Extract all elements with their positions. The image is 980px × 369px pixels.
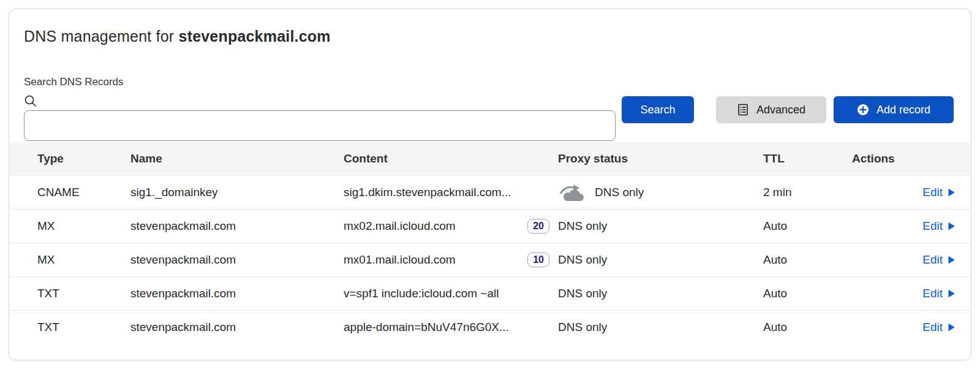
record-proxy-cell: DNS only — [558, 253, 763, 267]
edit-link-label: Edit — [922, 186, 943, 199]
record-proxy-cell: DNS only — [558, 321, 763, 334]
proxy-status-text: DNS only — [595, 186, 644, 199]
add-record-button[interactable]: Add record — [834, 96, 954, 123]
table-header-row: Type Name Content Proxy status TTL Actio… — [9, 142, 971, 175]
record-actions-cell: Edit — [922, 253, 955, 267]
search-button[interactable]: Search — [622, 96, 694, 123]
record-type: CNAME — [37, 186, 130, 199]
proxy-status-text: DNS only — [558, 219, 607, 233]
record-ttl: Auto — [763, 253, 852, 267]
record-name: stevenpackmail.com — [130, 321, 344, 334]
mx-priority-badge: 20 — [527, 219, 549, 234]
record-content-cell: v=spf1 include:icloud.com ~all — [344, 287, 558, 300]
table-row: TXT stevenpackmail.com apple-domain=bNuV… — [9, 310, 971, 344]
search-button-label: Search — [640, 104, 675, 116]
proxy-status-text: DNS only — [558, 253, 607, 267]
record-name: stevenpackmail.com — [130, 253, 344, 267]
chevron-right-icon — [948, 222, 955, 230]
record-ttl: Auto — [763, 287, 852, 300]
record-content: apple-domain=bNuV47n6G0X... — [344, 321, 509, 334]
column-header-content: Content — [344, 152, 558, 165]
record-actions-cell: Edit — [922, 186, 955, 199]
record-name: stevenpackmail.com — [130, 219, 344, 233]
column-header-ttl: TTL — [763, 152, 852, 165]
record-type: MX — [37, 219, 130, 233]
proxy-status-text: DNS only — [558, 287, 607, 300]
column-header-proxy-status: Proxy status — [558, 152, 763, 165]
record-content-cell: mx01.mail.icloud.com 10 — [344, 253, 558, 267]
dns-management-card: DNS management for stevenpackmail.com Se… — [9, 9, 971, 360]
table-row: MX stevenpackmail.com mx01.mail.icloud.c… — [9, 243, 971, 276]
column-header-name: Name — [130, 152, 344, 165]
chevron-right-icon — [948, 188, 955, 197]
search-icon — [24, 94, 37, 108]
record-content: mx01.mail.icloud.com — [344, 253, 456, 267]
advanced-button-label: Advanced — [756, 104, 805, 116]
search-input-wrap — [24, 94, 616, 125]
plus-circle-icon — [857, 104, 869, 116]
record-content-cell: apple-domain=bNuV47n6G0X... — [344, 321, 558, 334]
dns-records-table: Type Name Content Proxy status TTL Actio… — [9, 142, 971, 344]
edit-record-link[interactable]: Edit — [922, 287, 955, 300]
record-content-cell: sig1.dkim.stevenpackmail.com... — [344, 186, 558, 199]
record-name: stevenpackmail.com — [130, 287, 344, 300]
page-title-prefix: DNS management for — [24, 28, 179, 45]
dns-table-body: CNAME sig1._domainkey sig1.dkim.stevenpa… — [9, 175, 971, 344]
record-content: sig1.dkim.stevenpackmail.com... — [344, 186, 511, 199]
page-title-domain: stevenpackmail.com — [179, 28, 331, 45]
add-record-button-label: Add record — [876, 104, 930, 116]
record-type: TXT — [37, 287, 130, 300]
list-document-icon — [737, 104, 749, 116]
edit-link-label: Edit — [922, 253, 943, 267]
mx-priority-badge: 10 — [527, 253, 549, 267]
record-ttl: 2 min — [763, 186, 852, 199]
table-row: TXT stevenpackmail.com v=spf1 include:ic… — [9, 276, 971, 310]
record-content: mx02.mail.icloud.com — [344, 219, 456, 233]
record-ttl: Auto — [763, 219, 852, 233]
search-label: Search DNS Records — [24, 76, 956, 88]
table-row: CNAME sig1._domainkey sig1.dkim.stevenpa… — [9, 175, 971, 209]
search-row: Search Advanced — [24, 94, 954, 125]
column-header-actions: Actions — [852, 152, 895, 165]
search-input[interactable] — [24, 110, 616, 141]
record-type: TXT — [37, 321, 130, 334]
edit-link-label: Edit — [922, 219, 943, 233]
record-proxy-cell: DNS only — [558, 287, 763, 300]
proxy-status-text: DNS only — [558, 321, 607, 334]
record-content-cell: mx02.mail.icloud.com 20 — [344, 219, 558, 234]
edit-record-link[interactable]: Edit — [922, 253, 955, 267]
chevron-right-icon — [948, 323, 955, 332]
edit-link-label: Edit — [922, 287, 943, 300]
page-title: DNS management for stevenpackmail.com — [9, 9, 971, 45]
record-actions-cell: Edit — [922, 219, 955, 233]
record-type: MX — [37, 253, 130, 267]
record-proxy-cell: DNS only — [558, 183, 763, 202]
edit-record-link[interactable]: Edit — [922, 321, 955, 334]
record-actions-cell: Edit — [922, 287, 955, 300]
column-header-type: Type — [37, 152, 130, 165]
edit-record-link[interactable]: Edit — [922, 186, 955, 199]
dns-only-cloud-icon — [558, 183, 586, 202]
record-actions-cell: Edit — [922, 321, 955, 334]
edit-record-link[interactable]: Edit — [922, 219, 955, 233]
edit-link-label: Edit — [922, 321, 943, 334]
chevron-right-icon — [948, 256, 955, 264]
table-row: MX stevenpackmail.com mx02.mail.icloud.c… — [9, 209, 971, 243]
record-content: v=spf1 include:icloud.com ~all — [344, 287, 499, 300]
advanced-button[interactable]: Advanced — [716, 96, 826, 123]
chevron-right-icon — [948, 289, 955, 298]
record-ttl: Auto — [763, 321, 852, 334]
record-name: sig1._domainkey — [130, 186, 344, 199]
record-proxy-cell: DNS only — [558, 219, 763, 233]
